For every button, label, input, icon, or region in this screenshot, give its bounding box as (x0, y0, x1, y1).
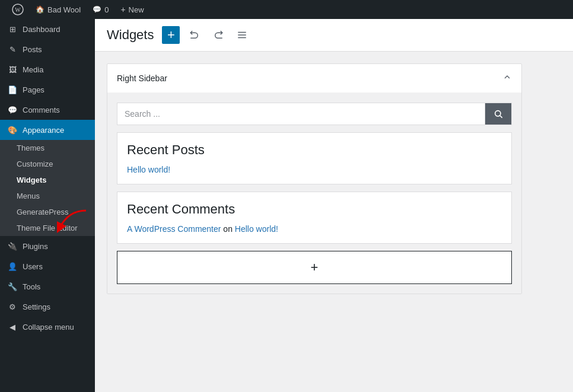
sidebar: ⊞ Dashboard ✎ Posts 🖼 Media 📄 Pages 💬 Co… (0, 19, 95, 392)
sidebar-item-posts[interactable]: ✎ Posts (0, 39, 95, 59)
widget-panel-header: Right Sidebar (107, 64, 521, 93)
appearance-label: Appearance (23, 126, 64, 135)
sidebar-item-media[interactable]: 🖼 Media (0, 59, 95, 79)
redo-button[interactable] (209, 26, 227, 44)
undo-button[interactable] (186, 26, 203, 44)
widget-panel: Right Sidebar (107, 63, 522, 294)
comment-post-link[interactable]: Hello world! (235, 224, 278, 234)
sidebar-sub-customize[interactable]: Customize (0, 156, 95, 172)
main-content: Widgets + (95, 19, 573, 392)
recent-posts-widget: Recent Posts Hello world! (117, 132, 512, 184)
comments-icon: 💬 (7, 104, 18, 115)
sidebar-item-comments[interactable]: 💬 Comments (0, 100, 95, 120)
sidebar-item-tools[interactable]: 🔧 Tools (0, 276, 95, 297)
sidebar-item-users[interactable]: 👤 Users (0, 256, 95, 276)
sidebar-item-label: Plugins (23, 242, 48, 251)
svg-text:W: W (15, 7, 21, 13)
plugins-icon: 🔌 (7, 241, 18, 251)
recent-comments-title: Recent Comments (127, 202, 502, 217)
new-button[interactable]: + New (114, 0, 149, 19)
on-label: on (223, 224, 234, 234)
sidebar-item-label: Pages (23, 85, 44, 94)
add-block-button[interactable]: + (117, 251, 512, 284)
sidebar-item-appearance[interactable]: 🎨 Appearance (0, 120, 95, 140)
site-name-button[interactable]: 🏠 Bad Wool (30, 0, 87, 19)
settings-icon: ⚙ (7, 301, 18, 312)
recent-posts-title: Recent Posts (127, 142, 502, 158)
commenter-link[interactable]: A WordPress Commenter (127, 224, 221, 234)
sidebar-sub-themes[interactable]: Themes (0, 140, 95, 156)
content-area: Right Sidebar (95, 52, 573, 306)
comments-count: 0 (104, 5, 109, 14)
search-input[interactable] (117, 103, 485, 125)
search-form (117, 103, 511, 125)
users-icon: 👤 (7, 261, 18, 272)
tools-icon: 🔧 (7, 281, 18, 292)
sidebar-item-label: Settings (23, 302, 50, 311)
collapse-icon: ◀ (7, 321, 18, 332)
posts-icon: ✎ (7, 44, 18, 55)
main-layout: ⊞ Dashboard ✎ Posts 🖼 Media 📄 Pages 💬 Co… (0, 19, 573, 392)
media-icon: 🖼 (7, 64, 18, 75)
recent-comments-widget: Recent Comments A WordPress Commenter on… (117, 192, 512, 244)
sidebar-sub-widgets[interactable]: Widgets (0, 172, 95, 188)
sidebar-item-label: Tools (23, 282, 40, 291)
appearance-icon: 🎨 (7, 125, 18, 135)
recent-comments-content: A WordPress Commenter on Hello world! (127, 224, 502, 234)
sidebar-sub-generatepress[interactable]: GeneratePress (0, 204, 95, 220)
sidebar-item-label: Media (23, 65, 43, 74)
sidebar-sub-theme-file-editor[interactable]: Theme File Editor (0, 220, 95, 236)
sidebar-item-plugins[interactable]: 🔌 Plugins (0, 236, 95, 256)
sidebar-sub-menus[interactable]: Menus (0, 188, 95, 204)
widgets-toolbar: Widgets + (95, 19, 573, 52)
search-button[interactable] (485, 103, 511, 125)
comments-button[interactable]: 💬 0 (87, 0, 114, 19)
new-label: New (129, 5, 144, 14)
svg-line-7 (500, 116, 502, 118)
customize-label: Customize (17, 160, 53, 168)
widgets-label: Widgets (17, 176, 46, 184)
menus-label: Menus (17, 192, 40, 200)
sidebar-panel-title: Right Sidebar (117, 74, 167, 83)
wp-logo-button[interactable]: W (6, 0, 30, 19)
sidebar-item-collapse[interactable]: ◀ Collapse menu (0, 317, 95, 337)
sidebar-item-dashboard[interactable]: ⊞ Dashboard (0, 19, 95, 39)
search-widget (117, 103, 512, 125)
collapse-panel-button[interactable] (502, 72, 512, 84)
add-widget-button[interactable]: + (162, 26, 180, 44)
pages-icon: 📄 (7, 84, 18, 95)
recent-post-link-0[interactable]: Hello world! (127, 165, 170, 174)
sidebar-item-label: Comments (23, 106, 60, 114)
sidebar-item-label: Dashboard (23, 25, 61, 34)
theme-file-editor-label: Theme File Editor (17, 224, 78, 232)
site-name-label: Bad Wool (47, 5, 81, 14)
page-title: Widgets (107, 27, 154, 43)
sidebar-item-settings[interactable]: ⚙ Settings (0, 297, 95, 317)
svg-point-6 (495, 111, 501, 116)
sidebar-item-label: Collapse menu (23, 323, 74, 332)
sidebar-item-pages[interactable]: 📄 Pages (0, 79, 95, 100)
sidebar-item-label: Posts (23, 45, 42, 54)
admin-bar: W 🏠 Bad Wool 💬 0 + New (0, 0, 573, 19)
sidebar-item-label: Users (23, 262, 43, 271)
generatepress-label: GeneratePress (17, 208, 68, 216)
dashboard-icon: ⊞ (7, 24, 18, 34)
themes-label: Themes (17, 144, 44, 152)
appearance-section: 🎨 Appearance Themes Customize Widgets Me… (0, 120, 95, 236)
list-view-button[interactable] (233, 26, 251, 44)
widget-content: Recent Posts Hello world! Recent Comment… (107, 93, 521, 294)
